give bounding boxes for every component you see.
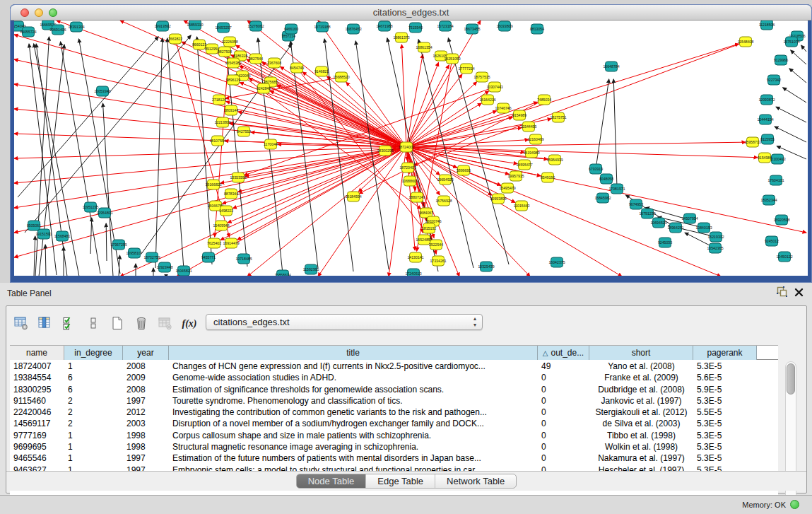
graph-node[interactable]: 16859310 (187, 21, 203, 30)
graph-node[interactable]: 19957915 (507, 171, 524, 181)
graph-node[interactable]: 7663822 (168, 34, 182, 44)
graph-node[interactable]: 16876453 (345, 24, 361, 34)
graph-node[interactable]: 7515540 (408, 23, 423, 33)
graph-node[interactable]: 10840153 (695, 223, 712, 233)
graph-node[interactable]: 9245033 (658, 238, 672, 247)
graph-node[interactable]: 1170044 (264, 139, 278, 149)
graph-node[interactable]: 9146821 (314, 66, 329, 76)
column-header-year[interactable]: year (123, 346, 169, 360)
column-header-out_de[interactable]: △out_de... (538, 346, 589, 360)
graph-node[interactable]: 9154984 (758, 153, 772, 163)
column-visibility-button[interactable] (36, 315, 54, 333)
graph-node[interactable]: 18964251 (667, 223, 683, 233)
graph-node[interactable]: 16791239 (639, 209, 655, 218)
graph-node[interactable]: 9129966 (774, 55, 788, 65)
tab-edge-table[interactable]: Edge Table (366, 474, 435, 488)
graph-node[interactable]: 15958713 (744, 137, 760, 147)
graph-node[interactable]: 11218506 (759, 21, 775, 30)
table-row[interactable]: 2242004622012Investigating the contribut… (10, 407, 757, 418)
graph-node[interactable]: 19654923 (437, 175, 453, 185)
close-panel-icon[interactable] (794, 287, 804, 300)
graph-node[interactable]: 12160469 (527, 134, 543, 144)
graph-node[interactable]: 16545382 (225, 58, 241, 68)
delete-table-button[interactable] (156, 315, 175, 333)
graph-node[interactable]: 1498222 (219, 206, 233, 216)
graph-node[interactable]: 2718126 (212, 95, 226, 105)
graph-node[interactable]: 5899695 (457, 165, 471, 175)
graph-node[interactable]: 17957255 (110, 240, 126, 250)
graph-node[interactable]: 8878344 (224, 189, 238, 199)
graph-node[interactable]: 7625402 (207, 238, 221, 248)
graph-node[interactable]: 2803144 (224, 105, 238, 115)
graph-node[interactable]: 12213809 (214, 117, 230, 127)
graph-node[interactable]: 10958107 (126, 248, 142, 258)
graph-node[interactable]: 19184594 (345, 192, 361, 201)
function-builder-button[interactable]: f(x) (180, 315, 199, 333)
row-height-button[interactable] (84, 315, 102, 333)
graph-node[interactable]: 10746746 (495, 103, 511, 113)
graph-node[interactable]: 1815132 (422, 223, 436, 233)
graph-node[interactable]: 12226058 (221, 37, 237, 47)
graph-node[interactable]: 8115955 (760, 134, 775, 144)
graph-node[interactable]: 11568481 (54, 231, 71, 241)
table-row[interactable]: 1830029562008Estimation of significance … (10, 384, 757, 395)
graph-node[interactable]: 14595477 (516, 160, 532, 170)
graph-node[interactable]: 16861354 (416, 42, 432, 52)
graph-node[interactable]: 18724007 (398, 142, 414, 152)
graph-node[interactable]: 16756928 (435, 196, 452, 206)
graph-node[interactable]: 12954801 (96, 208, 112, 218)
graph-node[interactable]: 19861373 (393, 33, 409, 42)
graph-node[interactable]: 39151591 (35, 229, 52, 239)
graph-node[interactable]: 2522544 (429, 240, 443, 250)
graph-node[interactable]: 10719188 (314, 22, 330, 32)
graph-node[interactable]: 16648784 (603, 62, 619, 71)
table-selector-dropdown[interactable]: citations_edges.txt ▴▾ (206, 314, 483, 330)
graph-node[interactable]: 84055724 (20, 27, 36, 37)
column-header-pagerank[interactable]: pagerank (693, 346, 757, 360)
graph-node[interactable]: 18673455 (464, 24, 480, 34)
graph-node[interactable]: 16042375 (548, 257, 565, 267)
graph-node[interactable]: 8813054 (530, 24, 544, 34)
graph-node[interactable]: 15409948 (213, 221, 229, 230)
graph-node[interactable]: 10688609 (401, 176, 418, 186)
graph-node[interactable]: 14130141 (407, 252, 423, 262)
graph-node[interactable]: 18352344 (760, 195, 777, 205)
graph-node[interactable]: 17081971 (608, 184, 625, 194)
graph-node[interactable]: 16045821 (175, 266, 192, 276)
column-header-short[interactable]: short (589, 346, 693, 360)
graph-node[interactable]: 10694529 (650, 218, 666, 228)
graph-node[interactable]: 15954939 (546, 155, 563, 165)
graph-node[interactable]: 8549192 (541, 173, 555, 182)
graph-node[interactable]: 11592365 (303, 264, 319, 274)
graph-node[interactable]: 14507954 (681, 214, 698, 223)
graph-node[interactable]: 17777214 (458, 64, 474, 74)
graph-node[interactable]: 17334261 (430, 256, 446, 266)
tab-network-table[interactable]: Network Table (435, 474, 516, 488)
graph-node[interactable]: 9896129 (226, 75, 240, 85)
delete-column-button[interactable] (132, 315, 151, 333)
table-row[interactable]: 911546021997Tourette syndrome. Phenomeno… (10, 395, 757, 407)
graph-node[interactable]: 8048058 (599, 174, 613, 184)
graph-node[interactable]: 15688520 (333, 72, 349, 82)
table-row[interactable]: 946554611997Estimation of the future num… (10, 452, 757, 464)
graph-node[interactable]: 11548408 (738, 37, 754, 47)
column-header-name[interactable]: name (10, 346, 64, 360)
graph-node[interactable]: 8427552 (237, 127, 251, 136)
table-row[interactable]: 1938455462009Genome-wide association stu… (10, 372, 757, 383)
column-header-in_degree[interactable]: in_degree (64, 346, 123, 360)
table-vertical-scrollbar[interactable] (785, 361, 796, 514)
graph-node[interactable]: 16920598 (773, 215, 789, 225)
graph-node[interactable]: 11015443 (514, 201, 530, 211)
graph-node[interactable]: 18107554 (209, 136, 225, 146)
graph-node[interactable]: 12923448 (156, 262, 172, 272)
graph-node[interactable]: 19913892 (154, 21, 170, 31)
graph-node[interactable]: 10307443 (486, 82, 502, 92)
graph-node[interactable]: 9242848 (257, 83, 271, 93)
graph-node[interactable]: 15858634 (274, 270, 290, 276)
graph-node[interactable]: 9827508 (218, 47, 232, 57)
graph-node[interactable]: 9827544 (249, 54, 263, 64)
graph-node[interactable]: 10325439 (478, 262, 494, 271)
graph-node[interactable]: 14671988 (376, 21, 392, 31)
graph-node[interactable]: 9245012 (765, 236, 779, 246)
network-canvas[interactable]: 1225434984055724166695102069140618391304… (14, 21, 808, 276)
